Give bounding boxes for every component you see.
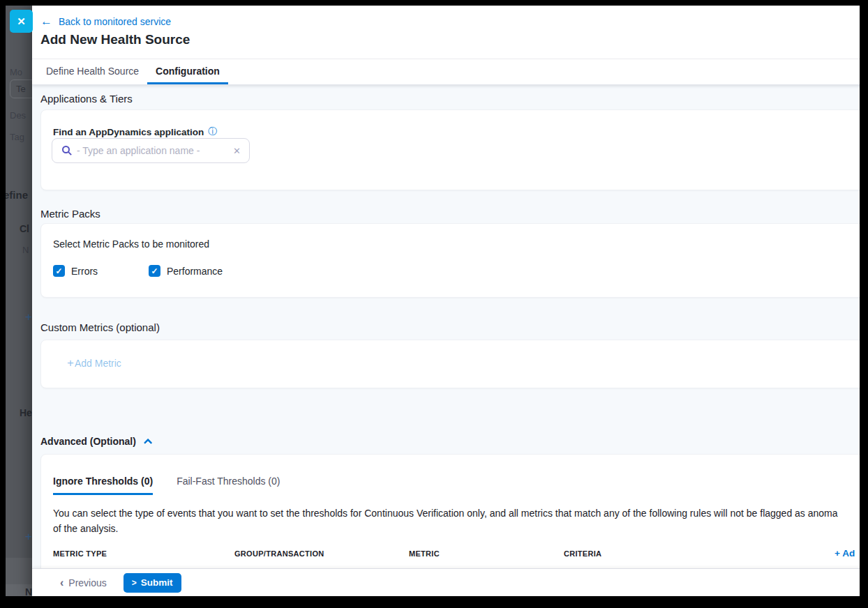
back-to-monitored-service-link[interactable]: ← Back to monitored service [40,16,171,27]
configuration-content: Applications & Tiers Find an AppDynamics… [32,85,868,568]
thresholds-table-header: METRIC TYPE GROUP/TRANSACTION METRIC CRI… [41,549,868,561]
add-metric-label: Add Metric [75,358,121,369]
submit-button[interactable]: > Submit [124,573,181,593]
thresholds-description-line1: You can select the type of events that y… [53,506,838,521]
background-plus-icon: + [25,310,32,324]
custom-metrics-card: + Add Metric [40,340,868,388]
checkbox-performance-label: Performance [167,266,223,277]
checkbox-checked-icon: ✓ [53,265,65,277]
metric-packs-subtitle: Select Metric Packs to be monitored [53,238,209,250]
background-plus-icon: + [25,530,32,544]
advanced-heading-label: Advanced (Optional) [40,436,136,447]
thresholds-description-line2: of the analysis. [53,521,838,536]
background-text: Tag [10,132,24,142]
background-text: He [20,407,32,418]
submit-button-label: Submit [141,577,173,588]
column-metric-type: METRIC TYPE [53,549,107,558]
back-link-label: Back to monitored service [59,16,171,27]
appdynamics-search-label: Find an AppDynamics application ⓘ [53,126,217,138]
chevron-up-icon [144,438,153,447]
plus-icon: + [67,356,74,370]
previous-button-label: Previous [68,577,106,588]
screenshot-border [860,0,868,608]
background-text: N [22,245,29,255]
column-criteria: CRITERIA [564,549,601,558]
applications-tiers-heading: Applications & Tiers [40,93,133,105]
background-text: Cl [20,223,29,234]
checkbox-performance[interactable]: ✓ Performance [149,265,223,277]
previous-button[interactable]: ‹ Previous [60,577,107,589]
check-icon: ✓ [55,267,62,275]
checkbox-errors[interactable]: ✓ Errors [53,265,98,277]
check-icon: ✓ [151,267,158,275]
close-drawer-button[interactable]: ✕ [10,10,33,33]
thresholds-tab-bar: Ignore Thresholds (0) Fail-Fast Threshol… [53,476,280,495]
custom-metrics-heading: Custom Metrics (optional) [40,321,160,333]
advanced-thresholds-card: Ignore Thresholds (0) Fail-Fast Threshol… [40,454,868,574]
checkbox-checked-icon: ✓ [149,265,160,277]
column-group-transaction: GROUP/TRANSACTION [234,549,324,558]
metric-packs-heading: Metric Packs [40,208,100,220]
metric-packs-options: ✓ Errors ✓ Performance [53,265,98,277]
add-threshold-link[interactable]: + Ad [835,548,855,558]
background-text: Des [10,110,26,121]
background-text: Te [16,84,26,94]
clear-search-icon[interactable]: ✕ [232,146,242,156]
add-health-source-drawer: ← Back to monitored service Add New Heal… [32,6,868,596]
background-footer-band [6,558,32,584]
chevron-right-icon: > [132,578,137,588]
screenshot-frame: Mo Te Des Tag efine Cl N + He + N ✕ ← Ba… [0,0,868,608]
search-icon [62,146,70,153]
drawer-footer: ‹ Previous > Submit [32,568,868,596]
tab-ignore-thresholds[interactable]: Ignore Thresholds (0) [53,476,153,495]
screenshot-border [0,596,868,608]
advanced-optional-toggle[interactable]: Advanced (Optional) [40,436,152,447]
chevron-left-icon: ‹ [60,577,63,589]
column-metric: METRIC [409,549,440,558]
background-input-box: Te [10,79,32,98]
background-text: Mo [10,67,22,77]
thresholds-description: You can select the type of events that y… [53,506,838,536]
tab-define-health-source[interactable]: Define Health Source [38,59,147,84]
back-arrow-icon: ← [40,17,52,26]
drawer-tab-bar: Define Health Source Configuration [32,59,868,85]
dimmed-background-page: Mo Te Des Tag efine Cl N + He + N [6,6,32,596]
info-icon[interactable]: ⓘ [208,126,217,138]
metric-packs-card: Select Metric Packs to be monitored ✓ Er… [40,223,868,298]
close-icon: ✕ [17,15,26,28]
application-search-input[interactable] [73,145,232,156]
appdynamics-search-label-text: Find an AppDynamics application [53,127,204,137]
tab-fail-fast-thresholds[interactable]: Fail-Fast Thresholds (0) [177,476,280,495]
background-text: N [25,586,32,596]
background-text: efine [6,189,28,201]
checkbox-errors-label: Errors [71,266,98,277]
applications-card: Find an AppDynamics application ⓘ ✕ [40,109,868,190]
add-metric-button[interactable]: + Add Metric [67,356,121,370]
page-title: Add New Health Source [40,32,190,47]
tab-configuration[interactable]: Configuration [147,59,228,84]
application-search-box: ✕ [52,138,250,163]
